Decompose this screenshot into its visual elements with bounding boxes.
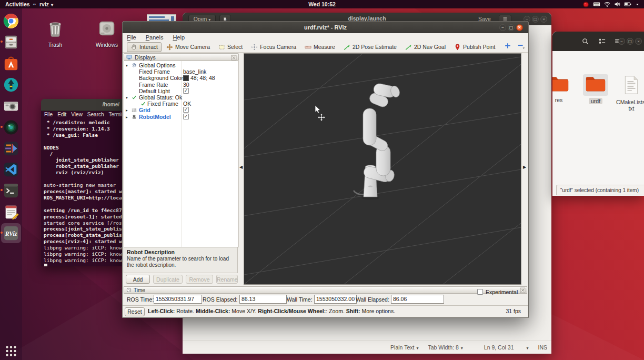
rviz-menu-help[interactable]: Help [173, 34, 185, 41]
panel-splitter-left[interactable]: ◀ [239, 53, 244, 285]
dock-item-files[interactable] [3, 34, 19, 51]
collapse-left-icon[interactable]: ◀ [239, 165, 243, 169]
tool-interact[interactable]: Interact [127, 42, 162, 52]
tree-row-value[interactable]: OK [183, 101, 191, 107]
rviz-menu-panels[interactable]: Panels [146, 34, 164, 41]
remove-button[interactable]: Remove [186, 275, 213, 284]
maximize-button[interactable]: ▢ [627, 38, 633, 45]
collapse-right-icon[interactable]: ▶ [523, 165, 526, 169]
minimize-button[interactable]: − [618, 38, 625, 45]
close-icon[interactable] [520, 287, 526, 293]
tree-row-global-options[interactable]: ▾Global Options [124, 62, 238, 68]
app-menu[interactable]: rvrviz [32, 1, 53, 7]
time-field-input[interactable]: 86.06 [391, 295, 444, 304]
activities-button[interactable]: Activities [5, 1, 30, 7]
checkbox[interactable]: ✓ [183, 114, 189, 119]
checkbox[interactable]: ✓ [183, 107, 189, 113]
tree-row-frame-rate[interactable]: Frame Rate30 [124, 82, 238, 88]
rename-button[interactable]: Rename [216, 275, 238, 284]
maximize-button[interactable]: ▢ [508, 24, 515, 31]
expander-icon[interactable]: ▾ [126, 63, 128, 69]
time-field-input[interactable]: 1553050331.97 [154, 295, 202, 304]
tree-row-value[interactable]: base_link [183, 68, 206, 75]
tree-row-global-status-ok[interactable]: ▾Global Status: Ok [124, 94, 238, 101]
tab-width-selector[interactable]: Tab Width: 8 [428, 344, 462, 351]
tree-row-fixed-frame[interactable]: Fixed FrameOK [124, 101, 238, 107]
terminal-menu-search[interactable]: Search [87, 112, 104, 117]
tree-row-value[interactable]: 48; 48; 48 [190, 75, 215, 81]
tool-measure[interactable]: Measure [301, 42, 339, 52]
close-button[interactable]: × [635, 38, 642, 45]
expander-icon[interactable]: ▾ [126, 95, 128, 101]
tool-2d-nav-goal[interactable]: 2D Nav Goal [401, 42, 449, 52]
dock-item-terminal[interactable] [3, 182, 19, 199]
dock-item-camera[interactable] [3, 97, 19, 114]
language-selector[interactable]: Plain Text [390, 344, 418, 351]
plus-tool-button[interactable] [504, 42, 511, 52]
panel-splitter-right[interactable]: ▶ [521, 53, 528, 285]
system-tray[interactable] [582, 1, 640, 8]
view-toggle-button[interactable] [596, 35, 608, 47]
3d-viewport[interactable] [244, 53, 521, 285]
experimental-checkbox[interactable] [477, 289, 483, 295]
tree-row-background-color[interactable]: Background Color48; 48; 48 [124, 75, 238, 81]
time-field-input[interactable]: 1553050332.00 [314, 295, 357, 304]
expander-icon[interactable]: ▸ [126, 107, 128, 114]
tree-row-fixed-frame[interactable]: Fixed Framebase_link [124, 68, 238, 75]
terminal-menu-view[interactable]: View [71, 112, 83, 117]
dock-item-updater[interactable] [3, 76, 19, 93]
dock-item-notes[interactable] [3, 204, 19, 221]
time-panel: Time ROS Time:1553050331.97ROS Elapsed:8… [124, 286, 527, 306]
rviz-window[interactable]: urdf.rviz* - RViz − ▢ × FilePanelsHelp I… [122, 21, 529, 318]
terminal-menu-terminal[interactable]: Terminal [109, 112, 122, 117]
time-panel-header[interactable]: Time [124, 286, 527, 294]
file-item-urdf[interactable]: urdf [579, 74, 612, 105]
pin-icon [454, 44, 461, 51]
apps-grid-icon[interactable] [5, 345, 17, 357]
terminal-menu-edit[interactable]: Edit [57, 112, 66, 117]
displays-tree[interactable]: ▾Global OptionsFixed Framebase_linkBackg… [124, 61, 239, 247]
tree-row-label: Frame Rate [139, 82, 168, 88]
dock-item-video-editor[interactable] [3, 140, 19, 157]
desktop-icon-trash[interactable]: Trash [44, 19, 67, 48]
minimize-button[interactable]: − [499, 24, 506, 31]
terminal-window[interactable]: /home/ FileEditViewSearchTerminal * /ros… [41, 99, 122, 266]
terminal-menu-file[interactable]: File [44, 112, 53, 117]
duplicate-button[interactable]: Duplicate [153, 275, 183, 284]
close-icon[interactable] [231, 55, 237, 61]
check-icon [140, 101, 146, 106]
time-field-input[interactable]: 86.13 [239, 295, 287, 304]
dock-item-vscode[interactable] [3, 161, 19, 178]
goto-caret[interactable] [526, 344, 528, 351]
dock-item-chrome[interactable] [3, 13, 19, 29]
displays-panel-header[interactable]: Displays [124, 53, 239, 61]
tree-row-default-light[interactable]: Default Light✓ [124, 88, 238, 94]
rviz-menu-file[interactable]: File [127, 34, 136, 41]
tool-2d-pose-estimate[interactable]: 2D Pose Estimate [340, 42, 400, 52]
search-button[interactable] [579, 35, 591, 47]
cursor-position[interactable]: Ln 9, Col 31 [484, 344, 514, 351]
expander-icon[interactable]: ▸ [126, 114, 128, 121]
files-window[interactable]: − ▢ × resurdfCMakeLists.txt [552, 32, 644, 196]
file-item-res[interactable]: res [552, 74, 576, 103]
minus-caret-tool-button[interactable] [517, 42, 526, 52]
tool-select[interactable]: Select [215, 42, 246, 52]
checkbox[interactable]: ✓ [183, 88, 189, 94]
tool-focus-camera[interactable]: Focus Camera [247, 42, 300, 52]
reset-button[interactable]: Reset [125, 307, 145, 316]
maximize-button[interactable]: ▢ [532, 16, 539, 23]
tool-publish-point[interactable]: Publish Point [450, 42, 499, 52]
tree-row-grid[interactable]: ▸Grid✓ [124, 107, 238, 113]
add-button[interactable]: Add [126, 275, 150, 284]
clock[interactable]: Wed 10:52 [308, 1, 336, 7]
dock-item-lens[interactable] [3, 119, 19, 136]
close-button[interactable]: × [516, 24, 523, 31]
close-button[interactable]: × [540, 16, 547, 23]
dock-item-rviz[interactable]: RViz [3, 225, 19, 242]
file-item-cmakelists-txt[interactable]: CMakeLists.txt [615, 74, 644, 112]
tool-move-camera[interactable]: Move Camera [163, 42, 214, 52]
dock-item-software[interactable] [3, 55, 19, 72]
tree-row-value[interactable]: 30 [183, 82, 189, 88]
desktop-icon-windows[interactable]: Windows [95, 19, 118, 48]
tree-row-robotmodel[interactable]: ▸RobotModel✓ [124, 114, 238, 120]
